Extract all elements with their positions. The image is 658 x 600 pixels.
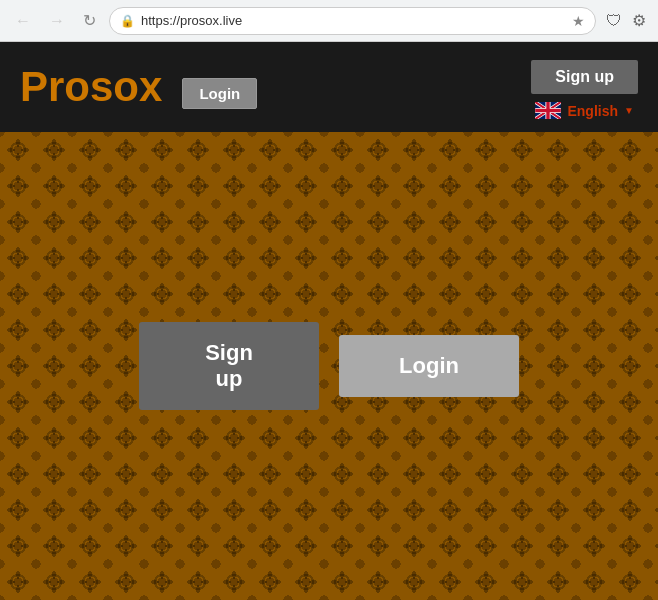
shield-icon[interactable]: 🛡 — [604, 10, 624, 32]
reload-button[interactable]: ↻ — [78, 9, 101, 32]
bookmark-icon[interactable]: ★ — [572, 13, 585, 29]
center-login-button[interactable]: Login — [339, 335, 519, 397]
language-label: English — [567, 103, 618, 119]
center-signup-button[interactable]: Sign up — [139, 322, 319, 410]
nav-left: Prosox Login — [20, 63, 257, 111]
nav-right: Sign up English ▼ — [531, 50, 638, 124]
address-bar[interactable]: 🔒 https://prosox.live ★ — [109, 7, 596, 35]
center-buttons: Sign up Login — [139, 322, 519, 410]
nav-login-button[interactable]: Login — [182, 78, 257, 109]
main-content: Sign up Login — [0, 132, 658, 600]
extensions-icon[interactable]: ⚙ — [630, 9, 648, 32]
language-selector[interactable]: English ▼ — [535, 102, 633, 119]
lock-icon: 🔒 — [120, 14, 135, 28]
uk-flag-icon — [535, 102, 561, 119]
chevron-down-icon: ▼ — [624, 105, 634, 116]
forward-button[interactable]: → — [44, 10, 70, 32]
url-text: https://prosox.live — [141, 13, 566, 28]
page-content: Prosox Login Sign up English ▼ — [0, 42, 658, 600]
browser-toolbar-icons: 🛡 ⚙ — [604, 9, 648, 32]
nav-bar: Prosox Login Sign up English ▼ — [0, 42, 658, 132]
nav-signup-button[interactable]: Sign up — [531, 60, 638, 94]
browser-chrome: ← → ↻ 🔒 https://prosox.live ★ 🛡 ⚙ — [0, 0, 658, 42]
brand-name: Prosox — [20, 63, 162, 111]
back-button[interactable]: ← — [10, 10, 36, 32]
